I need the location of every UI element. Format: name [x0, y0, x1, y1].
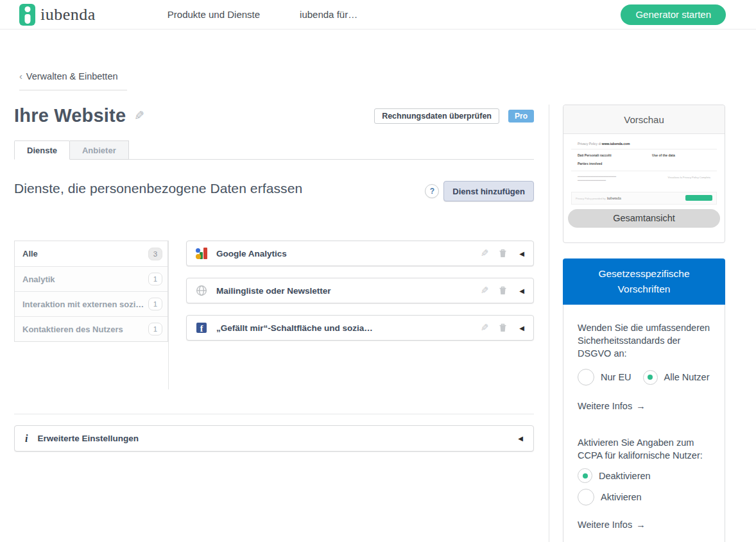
- policy-mini-preview: Privacy Policy di www.iubenda.com Dati P…: [571, 140, 717, 205]
- gdpr-question: Wenden Sie die umfassenderen Sicherheits…: [578, 321, 710, 360]
- sidebar-divider: [549, 105, 549, 542]
- expand-collapse-triangle-icon[interactable]: ◀: [519, 325, 524, 332]
- radio-nur-eu-label[interactable]: Nur EU: [601, 372, 631, 382]
- globe-icon: [196, 285, 207, 296]
- page-title: Ihre Website: [14, 105, 126, 126]
- pro-plan-badge: Pro: [508, 110, 534, 123]
- logo-text: iubenda: [40, 5, 96, 24]
- count-badge: 1: [148, 323, 162, 335]
- category-filter-list: Alle 3 Analytik 1 Interaktion mit extern…: [14, 241, 168, 342]
- content-divider: [14, 414, 534, 414]
- service-card-list: Google Analytics ✎ ◀ Mailingliste oder N…: [186, 241, 534, 352]
- law-specific-panel: Gesetzesspezifische Vorschriften Wenden …: [563, 258, 725, 542]
- gdpr-radio-group: Nur EU Alle Nutzer: [578, 369, 710, 385]
- law-panel-title: Gesetzesspezifische Vorschriften: [563, 258, 725, 305]
- preview-panel-title: Vorschau: [563, 105, 725, 134]
- ccpa-question: Aktivieren Sie Angaben zum CCPA für kali…: [578, 436, 710, 462]
- mini-green-button: [685, 195, 712, 201]
- advanced-settings-expander[interactable]: i Erweiterte Einstellungen ◀: [14, 425, 534, 452]
- radio-nur-eu[interactable]: [578, 369, 594, 385]
- radio-aktivieren[interactable]: [578, 489, 594, 505]
- iubenda-logo-icon: [19, 4, 35, 26]
- arrow-right-icon: →: [636, 520, 646, 530]
- gdpr-more-info-link[interactable]: Weitere Infos→: [578, 401, 646, 411]
- top-navbar: iubenda Produkte und Dienste iubenda für…: [0, 0, 756, 30]
- iubenda-logo[interactable]: iubenda: [19, 4, 96, 26]
- radio-aktivieren-label[interactable]: Aktivieren: [601, 492, 642, 502]
- add-service-button[interactable]: Dienst hinzufügen: [443, 181, 534, 201]
- count-badge: 1: [148, 273, 162, 285]
- arrow-right-icon: →: [636, 401, 646, 411]
- count-badge: 3: [148, 248, 162, 260]
- title-row: Ihre Website ✎ Rechnungsdaten überprüfen…: [14, 105, 534, 126]
- filter-item-kontaktieren[interactable]: Kontaktieren des Nutzers 1: [15, 316, 168, 341]
- radio-deaktivieren-label[interactable]: Deaktivieren: [599, 471, 651, 481]
- edit-service-pencil-icon[interactable]: ✎: [481, 248, 489, 259]
- start-generator-button[interactable]: Generator starten: [621, 4, 726, 25]
- info-icon: i: [25, 433, 28, 445]
- nav-iubenda-for[interactable]: iubenda für…: [300, 9, 357, 20]
- service-card-like-button[interactable]: f „Gefällt mir“-Schaltfläche und sozia… …: [186, 315, 534, 341]
- radio-alle-nutzer[interactable]: [643, 370, 658, 385]
- service-card-mailing-list[interactable]: Mailingliste oder Newsletter ✎ ◀: [186, 278, 534, 303]
- full-view-button[interactable]: Gesamtansicht: [568, 209, 720, 228]
- breadcrumb-label: Verwalten & Einbetten: [26, 71, 118, 81]
- edit-service-pencil-icon[interactable]: ✎: [481, 322, 489, 334]
- breadcrumb[interactable]: ‹Verwalten & Einbetten: [19, 71, 127, 90]
- facebook-icon: f: [196, 322, 207, 334]
- edit-title-pencil-icon[interactable]: ✎: [134, 108, 144, 123]
- tab-anbieter[interactable]: Anbieter: [70, 140, 129, 160]
- google-analytics-icon: [196, 248, 207, 259]
- count-badge: 1: [148, 298, 162, 310]
- services-section-header: Dienste, die personenbezogene Daten erfa…: [14, 180, 534, 201]
- radio-deaktivieren[interactable]: [578, 468, 592, 483]
- expand-collapse-triangle-icon[interactable]: ◀: [519, 250, 524, 257]
- ccpa-radio-group: Deaktivieren Aktivieren: [578, 468, 710, 505]
- delete-service-trash-icon[interactable]: [498, 285, 508, 296]
- expand-collapse-triangle-icon[interactable]: ◀: [519, 287, 524, 294]
- tab-dienste[interactable]: Dienste: [14, 140, 70, 160]
- edit-service-pencil-icon[interactable]: ✎: [481, 285, 489, 296]
- ccpa-more-info-link[interactable]: Weitere Infos→: [578, 520, 646, 530]
- billing-data-button[interactable]: Rechnungsdaten überprüfen: [374, 108, 499, 124]
- expand-collapse-triangle-icon[interactable]: ◀: [518, 435, 523, 442]
- radio-alle-nutzer-label[interactable]: Alle Nutzer: [664, 372, 710, 382]
- service-card-google-analytics[interactable]: Google Analytics ✎ ◀: [186, 241, 534, 266]
- delete-service-trash-icon[interactable]: [498, 323, 508, 333]
- filter-item-alle[interactable]: Alle 3: [15, 241, 168, 266]
- help-icon[interactable]: ?: [425, 184, 439, 198]
- nav-products-services[interactable]: Produkte und Dienste: [168, 9, 260, 20]
- filter-item-analytik[interactable]: Analytik 1: [15, 266, 168, 291]
- filter-item-interaktion[interactable]: Interaktion mit externen sozi… 1: [15, 291, 168, 316]
- page: iubenda Produkte und Dienste iubenda für…: [0, 0, 756, 542]
- back-chevron-icon: ‹: [19, 71, 22, 81]
- column-divider: [168, 241, 169, 389]
- services-section-title: Dienste, die personenbezogene Daten erfa…: [14, 180, 316, 198]
- tab-bar: Dienste Anbieter: [14, 140, 534, 160]
- preview-panel: Vorschau Privacy Policy di www.iubenda.c…: [563, 105, 725, 243]
- delete-service-trash-icon[interactable]: [498, 248, 508, 258]
